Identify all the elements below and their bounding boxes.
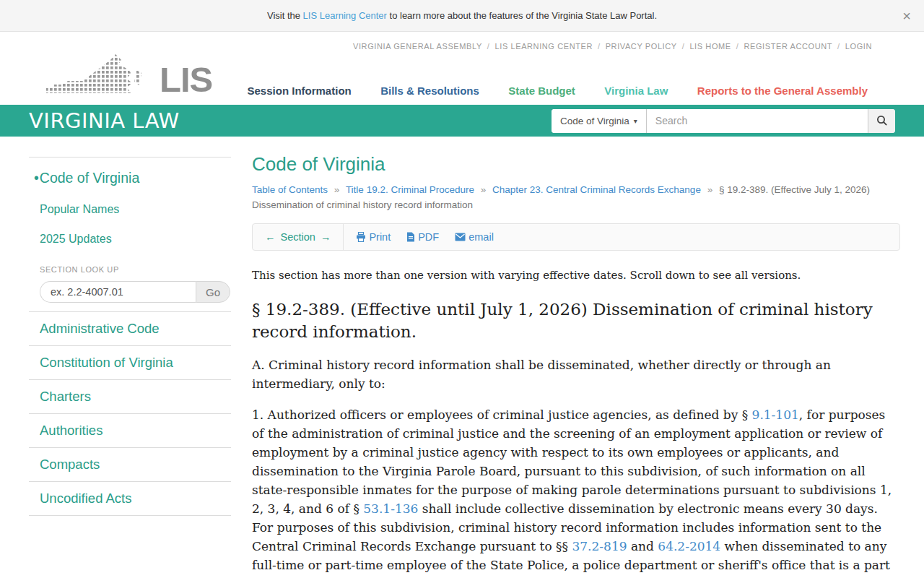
banner-text-before: Visit the (267, 10, 303, 21)
logo-text: LIS (160, 65, 212, 94)
learning-center-link[interactable]: LIS Learning Center (303, 10, 387, 21)
sidebar-item-label: Code of Virginia (40, 170, 139, 186)
search-scope-label: Code of Virginia (560, 116, 629, 126)
close-icon: × (902, 8, 911, 24)
page-title: Code of Virginia (252, 153, 900, 176)
banner-text-after: to learn more about the features of the … (387, 10, 657, 21)
utility-link-privacy-policy[interactable]: PRIVACY POLICY (606, 42, 677, 51)
sidebar-list: Administrative Code Constitution of Virg… (29, 311, 231, 516)
main-nav-session-information[interactable]: Session Information (248, 85, 352, 97)
code-link-37-2-819[interactable]: 37.2-819 (572, 539, 627, 553)
pdf-button[interactable]: PDF (406, 231, 439, 243)
utility-separator: / (682, 42, 685, 51)
main-nav-virginia-law[interactable]: Virginia Law (604, 85, 668, 97)
virginia-map-icon (45, 53, 155, 94)
section-lookup-label: SECTION LOOK UP (40, 265, 231, 274)
print-icon (356, 232, 366, 242)
section-lookup-group: Go (40, 281, 230, 303)
section-lookup-go-button[interactable]: Go (196, 281, 230, 303)
sidebar-item-administrative-code[interactable]: Administrative Code (29, 311, 231, 345)
statute-paragraph-1: 1. Authorized officers or employees of c… (252, 405, 900, 578)
sidebar-code-section: •Code of Virginia Popular Names 2025 Upd… (29, 157, 231, 303)
search-icon (876, 115, 888, 126)
sidebar-item-authorities[interactable]: Authorities (29, 413, 231, 447)
utility-link-register-account[interactable]: REGISTER ACCOUNT (744, 42, 832, 51)
toolbar-actions: Print PDF email (344, 224, 505, 250)
statute-text: and (627, 539, 658, 553)
sidebar-item-charters[interactable]: Charters (29, 379, 231, 413)
breadcrumb-separator: » (707, 184, 713, 195)
code-link-53-1-136[interactable]: 53.1-136 (363, 501, 418, 516)
main-nav-reports-general-assembly[interactable]: Reports to the General Assembly (697, 85, 868, 97)
breadcrumb-separator: » (334, 184, 340, 195)
virginia-law-bar: VIRGINIA LAW Code of Virginia ▾ (0, 105, 924, 137)
print-label: Print (369, 231, 391, 243)
active-bullet-icon: • (34, 170, 39, 186)
main-content: Code of Virginia Table of Contents » Tit… (252, 137, 900, 578)
utility-link-lis-home[interactable]: LIS HOME (689, 42, 731, 51)
sidebar-item-2025-updates[interactable]: 2025 Updates (29, 233, 231, 246)
banner-close-button[interactable]: × (898, 0, 915, 31)
statute-text: 1. Authorized officers or employees of c… (252, 407, 752, 422)
page-body: •Code of Virginia Popular Names 2025 Upd… (0, 137, 924, 578)
sidebar-item-popular-names[interactable]: Popular Names (29, 203, 231, 216)
email-label: email (468, 231, 494, 243)
breadcrumb: Table of Contents » Title 19.2. Criminal… (252, 182, 900, 212)
utility-separator: / (598, 42, 601, 51)
statute-paragraph-a: A. Criminal history record information s… (252, 355, 900, 393)
utility-separator: / (736, 42, 739, 51)
sidebar-item-uncodified-acts[interactable]: Uncodified Acts (29, 481, 231, 515)
section-pager-label: Section (281, 231, 315, 243)
code-link-9-1-101[interactable]: 9.1-101 (752, 407, 799, 422)
utility-link-general-assembly[interactable]: VIRGINIA GENERAL ASSEMBLY (353, 42, 482, 51)
sidebar-item-compacts[interactable]: Compacts (29, 447, 231, 481)
site-header: VIRGINIA GENERAL ASSEMBLY/LIS LEARNING C… (0, 32, 924, 105)
portal-title: VIRGINIA LAW (29, 108, 180, 133)
email-button[interactable]: email (455, 231, 494, 243)
sidebar-item-code-of-virginia[interactable]: •Code of Virginia (29, 170, 231, 186)
previous-section-button[interactable]: ← (265, 231, 276, 243)
utility-link-login[interactable]: LOGIN (845, 42, 872, 51)
pdf-label: PDF (418, 231, 439, 243)
search-scope-dropdown[interactable]: Code of Virginia ▾ (552, 109, 647, 133)
utility-nav: VIRGINIA GENERAL ASSEMBLY/LIS LEARNING C… (353, 42, 872, 51)
utility-separator: / (837, 42, 840, 51)
breadcrumb-separator: » (481, 184, 487, 195)
search-button[interactable] (868, 109, 895, 133)
breadcrumb-table-of-contents[interactable]: Table of Contents (252, 184, 328, 195)
utility-separator: / (487, 42, 490, 51)
pdf-icon (406, 232, 415, 242)
main-nav-state-budget[interactable]: State Budget (508, 85, 575, 97)
section-lookup: SECTION LOOK UP Go (29, 265, 231, 303)
search-input[interactable] (647, 109, 868, 133)
statute-text: , for purposes of the administration of … (252, 407, 892, 516)
code-link-64-2-2014[interactable]: 64.2-2014 (658, 539, 720, 553)
section-toolbar: ← Section → Print (252, 223, 900, 251)
section-heading: § 19.2-389. (Effective until July 1, 202… (252, 298, 900, 343)
search-group: Code of Virginia ▾ (552, 109, 895, 133)
print-button[interactable]: Print (356, 231, 391, 243)
utility-link-learning-center[interactable]: LIS LEARNING CENTER (495, 42, 593, 51)
section-pager: ← Section → (253, 224, 344, 250)
breadcrumb-chapter[interactable]: Chapter 23. Central Criminal Records Exc… (492, 184, 701, 195)
lis-logo[interactable]: LIS (45, 53, 212, 94)
chevron-down-icon: ▾ (634, 117, 637, 125)
next-section-button[interactable]: → (321, 231, 331, 243)
sidebar: •Code of Virginia Popular Names 2025 Upd… (29, 157, 231, 578)
main-nav-bills-resolutions[interactable]: Bills & Resolutions (380, 85, 479, 97)
section-lookup-input[interactable] (40, 281, 196, 303)
sidebar-item-constitution-of-virginia[interactable]: Constitution of Virginia (29, 345, 231, 379)
announcement-banner: Visit the LIS Learning Center to learn m… (0, 0, 924, 32)
main-nav: Session Information Bills & Resolutions … (222, 85, 868, 98)
breadcrumb-title[interactable]: Title 19.2. Criminal Procedure (346, 184, 474, 195)
version-notice: This section has more than one version w… (252, 269, 900, 282)
email-icon (455, 233, 466, 241)
